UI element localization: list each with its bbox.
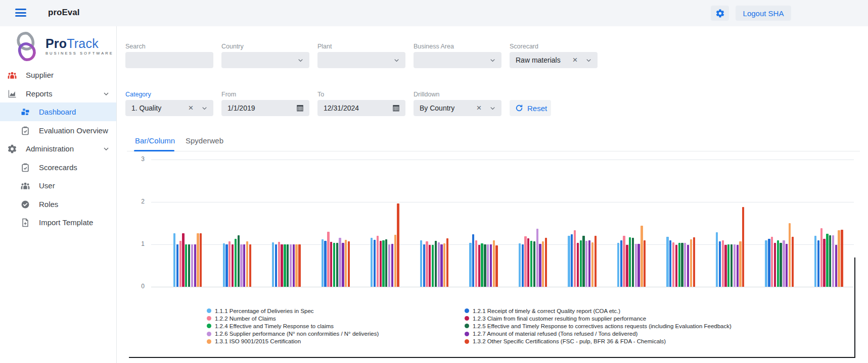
bar [789,223,791,287]
legend-item: 1.2.2 Number of Claims [207,315,379,322]
clear-icon[interactable]: × [475,103,483,113]
chevron-down-icon[interactable] [489,105,496,112]
bar [240,244,242,287]
sidebar-item-import-template[interactable]: Import Template [0,213,116,232]
logout-button[interactable]: Logout SHA [736,6,791,21]
sidebar-item-roles[interactable]: Roles [0,195,116,214]
bar [249,244,251,287]
chevron-down-icon[interactable] [201,105,208,112]
clear-icon[interactable]: × [571,56,579,65]
from-date-input[interactable]: 1/1/2019 [221,100,309,116]
bar [792,237,794,287]
gridline [151,202,854,202]
bar [495,245,497,287]
chevron-down-icon[interactable] [102,145,110,153]
bar [681,243,683,287]
frame-border-bottom [129,357,855,358]
chevron-down-icon[interactable] [585,57,592,64]
bar [545,238,547,287]
chevron-down-icon[interactable] [102,90,110,98]
bar [487,244,489,287]
bar [429,245,431,287]
bar [290,244,292,287]
chevron-down-icon[interactable] [393,57,400,64]
bar [478,245,480,287]
hamburger-menu-icon[interactable] [15,9,26,18]
bar [443,243,445,287]
bar [275,244,277,287]
drilldown-select[interactable]: By Country × [414,100,501,116]
legend-item: 1.2.6 Supplier performance (N° non confo… [207,330,379,338]
legend-dot-icon [207,308,211,313]
legend-label: 1.2.1 Receipt of timely & correct Qualit… [473,308,620,314]
chevron-down-icon[interactable] [489,57,496,64]
from-date-value: 1/1/2019 [227,104,255,112]
scorecard-select[interactable]: Raw materials × [510,52,598,68]
sidebar-item-dashboard[interactable]: Dashboard [0,102,116,121]
chevron-down-icon[interactable] [297,57,304,64]
legend-item: 1.1.1 Percentage of Deliveries in Spec [207,307,379,315]
bar [823,239,825,287]
settings-button[interactable] [711,6,729,21]
bar [716,232,718,287]
bar [687,245,689,287]
sidebar-item-reports[interactable]: Reports [0,84,116,103]
bar [345,240,347,287]
sidebar-item-evaluation-overview[interactable]: Evaluation Overview [0,121,116,140]
bar [826,234,828,287]
bar [481,243,483,287]
to-date-input[interactable]: 12/31/2024 [317,100,405,116]
bar [490,244,492,287]
bar [623,236,625,287]
gear-icon [715,9,725,18]
tab-bar-column[interactable]: Bar/Column [135,136,175,145]
sidebar-item-label: Reports [26,89,53,98]
people-icon [20,181,30,191]
legend-item: 1.2.1 Receipt of timely & correct Qualit… [465,307,732,315]
business-area-select[interactable] [414,52,501,68]
sidebar-item-user[interactable]: User [0,176,116,195]
drilldown-value: By Country [420,104,454,112]
sidebar-item-label: Dashboard [39,108,76,116]
bar [722,240,724,287]
calendar-icon[interactable] [392,103,400,112]
bar [672,242,674,287]
legend-dot-icon [465,308,469,313]
legend-dot-icon [207,316,211,321]
legend-col-left: 1.1.1 Percentage of Deliveries in Spec1.… [207,307,379,345]
brand-pro: Pro [45,36,67,50]
brand-track: Track [67,36,99,50]
search-input[interactable] [131,56,209,65]
plant-select[interactable] [317,52,405,68]
sidebar-item-supplier[interactable]: Supplier [0,66,116,84]
bar [774,243,776,287]
clear-icon[interactable]: × [187,103,195,113]
sidebar-item-administration[interactable]: Administration [0,139,116,158]
calendar-icon[interactable] [296,103,304,112]
sidebar-item-label: Supplier [26,71,54,79]
bar [438,242,440,287]
bar [197,233,199,287]
y-axis-tick-label: 2 [129,198,145,205]
country-select[interactable] [221,52,309,68]
bar [829,235,831,287]
search-label: Search [125,43,146,50]
search-input-box[interactable] [125,52,213,68]
bar [385,239,387,287]
sidebar-item-scorecards[interactable]: Scorecards [0,158,116,177]
bar [191,244,193,287]
category-label: Category [125,91,151,98]
frame-border-right [854,257,855,358]
bar [322,239,324,287]
bar [223,243,225,287]
gridline [151,244,854,245]
bar [179,241,181,287]
tab-spyderweb[interactable]: Spyderweb [186,136,223,145]
reset-button[interactable]: Reset [510,100,551,116]
bar [188,244,190,287]
category-value: 1. Quality [131,104,161,112]
bar [777,240,779,287]
category-select[interactable]: 1. Quality × [125,100,213,116]
bar [542,241,544,287]
bar [173,233,175,287]
